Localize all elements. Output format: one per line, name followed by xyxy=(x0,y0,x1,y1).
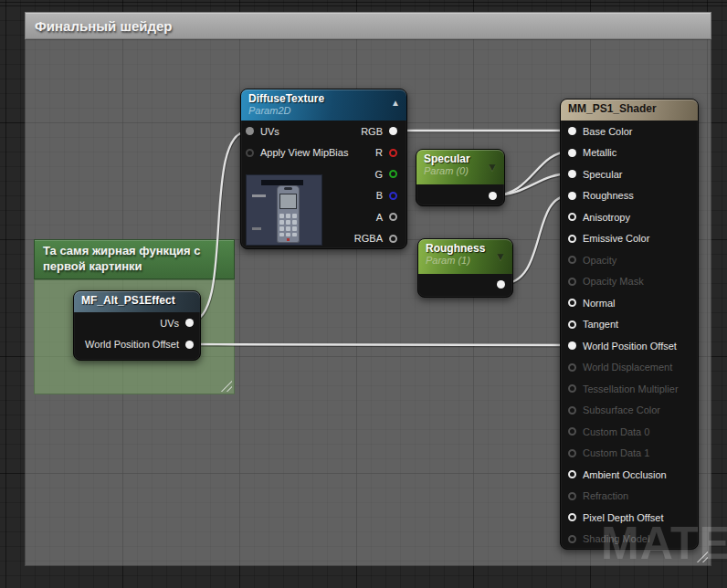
pin-pixel-depth-offset[interactable] xyxy=(568,513,576,521)
node-specular-param[interactable]: Specular Param (0) ▼ xyxy=(416,149,505,206)
node-title: Specular xyxy=(424,152,497,165)
output-row-rgba: RGBA xyxy=(354,228,397,250)
pin-row-custom-data-0: Custom Data 0 xyxy=(568,421,694,443)
pin-row-metallic: Metallic xyxy=(568,142,694,164)
dropdown-arrow-icon[interactable]: ▼ xyxy=(487,162,498,173)
output-pin-rgb[interactable] xyxy=(389,127,397,135)
output-pin-g[interactable] xyxy=(389,170,397,178)
pin-row-world-position-offset: World Position Offset xyxy=(568,335,694,357)
pin-opacity-mask xyxy=(568,278,576,286)
pin-label: World Position Offset xyxy=(583,341,677,352)
node-diffuse-texture[interactable]: DiffuseTexture Param2D ▲ UVs Apply View … xyxy=(240,89,407,249)
pin-opacity xyxy=(568,256,576,264)
pin-row-custom-data-1: Custom Data 1 xyxy=(568,443,694,465)
material-graph-canvas[interactable]: Финальный шейдер Та самя жирная функция … xyxy=(0,0,727,588)
phone-image xyxy=(277,185,300,243)
pin-row-roughness: Roughness xyxy=(568,185,694,207)
pin-ambient-occlusion[interactable] xyxy=(568,470,576,478)
pin-label: Normal xyxy=(583,298,615,309)
output-row-rgb: RGB xyxy=(354,121,397,142)
pin-base-color[interactable] xyxy=(568,127,576,135)
node-title: MM_PS1_Shader xyxy=(568,102,690,115)
output-row-uvs: UVs xyxy=(74,312,194,334)
node-mm-header[interactable]: MM_PS1_Shader xyxy=(561,100,698,121)
output-pin-specular-value[interactable] xyxy=(489,192,497,200)
node-mf-header[interactable]: MF_Alt_PS1Effect xyxy=(74,291,200,312)
pin-emissive-color[interactable] xyxy=(568,235,576,243)
output-row-world-position-offset: World Position Offset xyxy=(74,334,194,356)
output-label: A xyxy=(376,212,383,223)
pin-row-shading-model: Shading Model xyxy=(568,529,694,551)
pin-row-specular: Specular xyxy=(568,163,694,185)
pin-row-refraction: Refraction xyxy=(568,486,694,508)
node-mf-alt-ps1effect[interactable]: MF_Alt_PS1Effect UVs World Position Offs… xyxy=(73,290,201,361)
node-subtitle: Param (1) xyxy=(426,255,505,267)
pin-row-opacity-mask: Opacity Mask xyxy=(568,271,694,293)
output-label: RGB xyxy=(361,126,383,137)
output-pin-uvs[interactable] xyxy=(185,319,194,327)
output-pin-r[interactable] xyxy=(389,149,397,157)
pin-label: Base Color xyxy=(583,126,632,137)
pin-roughness[interactable] xyxy=(568,192,576,200)
output-row-g: G xyxy=(354,163,397,185)
pin-world-position-offset[interactable] xyxy=(568,341,576,350)
pin-world-displacement xyxy=(568,363,576,372)
node-specular-header[interactable]: Specular Param (0) ▼ xyxy=(416,150,504,184)
pin-normal[interactable] xyxy=(568,299,576,307)
pin-label: Shading Model xyxy=(583,533,649,544)
wire-mf-wpo-to-mm-wpo[interactable] xyxy=(190,344,570,345)
pin-label: Metallic xyxy=(583,147,616,158)
output-pin-world-position-offset[interactable] xyxy=(185,341,194,349)
collapse-arrow-icon[interactable]: ▲ xyxy=(391,99,400,108)
output-label: G xyxy=(374,169,383,180)
node-roughness-header[interactable]: Roughness Param (1) ▼ xyxy=(418,239,512,274)
pin-label: Refraction xyxy=(583,490,628,501)
pin-shading-model xyxy=(568,535,576,543)
input-pin-uvs[interactable] xyxy=(246,127,254,135)
node-roughness-param[interactable]: Roughness Param (1) ▼ xyxy=(417,238,513,298)
input-row-apply-view-mipbias: Apply View MipBias xyxy=(246,142,348,164)
node-subtitle: Param2D xyxy=(248,105,399,117)
output-row-a: A xyxy=(354,206,397,228)
pin-label: Opacity Mask xyxy=(583,276,644,287)
output-label: UVs xyxy=(160,318,179,329)
output-label: RGBA xyxy=(354,233,383,244)
output-label: R xyxy=(375,147,383,158)
pin-label: Opacity xyxy=(583,255,616,266)
pin-row-emissive-color: Emissive Color xyxy=(568,228,694,250)
pin-label: Emissive Color xyxy=(583,233,649,244)
input-label: UVs xyxy=(260,126,279,137)
texture-preview xyxy=(246,174,322,246)
pin-anisotropy[interactable] xyxy=(568,213,576,221)
output-pin-rgba[interactable] xyxy=(389,235,397,243)
node-mm-ps1-shader[interactable]: MM_PS1_Shader Base Color Metallic Specul… xyxy=(560,99,699,550)
input-pin-apply-view-mipbias[interactable] xyxy=(246,149,254,157)
node-diffuse-header[interactable]: DiffuseTexture Param2D ▲ xyxy=(241,89,406,121)
pin-row-ambient-occlusion: Ambient Occlusion xyxy=(568,464,694,486)
node-subtitle: Param (0) xyxy=(424,165,497,177)
output-pin-a[interactable] xyxy=(389,213,397,221)
pin-label: Subsurface Color xyxy=(583,404,660,415)
dropdown-arrow-icon[interactable]: ▼ xyxy=(495,251,506,262)
pin-label: Anisotropy xyxy=(583,212,630,223)
pin-specular[interactable] xyxy=(568,170,576,178)
pin-row-tangent: Tangent xyxy=(568,314,694,336)
node-title: MF_Alt_PS1Effect xyxy=(81,294,193,307)
pin-label: Custom Data 1 xyxy=(583,447,649,458)
input-row-uvs: UVs xyxy=(246,121,348,142)
node-title: DiffuseTexture xyxy=(248,92,399,105)
output-row-r: R xyxy=(354,142,397,164)
output-pin-roughness-value[interactable] xyxy=(497,280,505,289)
comment-final-shader-title[interactable]: Финальный шейдер xyxy=(25,12,711,39)
pin-label: Custom Data 0 xyxy=(583,426,649,437)
pin-subsurface-color xyxy=(568,406,576,415)
pin-row-tessellation-multiplier: Tessellation Multiplier xyxy=(568,378,694,400)
pin-label: Specular xyxy=(583,169,622,180)
pin-row-subsurface-color: Subsurface Color xyxy=(568,400,694,422)
comment-function-title[interactable]: Та самя жирная функция с первой картинки xyxy=(34,239,235,279)
output-label: World Position Offset xyxy=(85,339,179,350)
node-title: Roughness xyxy=(426,242,505,255)
output-pin-b[interactable] xyxy=(389,192,397,200)
pin-tangent[interactable] xyxy=(568,320,576,329)
pin-metallic[interactable] xyxy=(568,149,576,157)
